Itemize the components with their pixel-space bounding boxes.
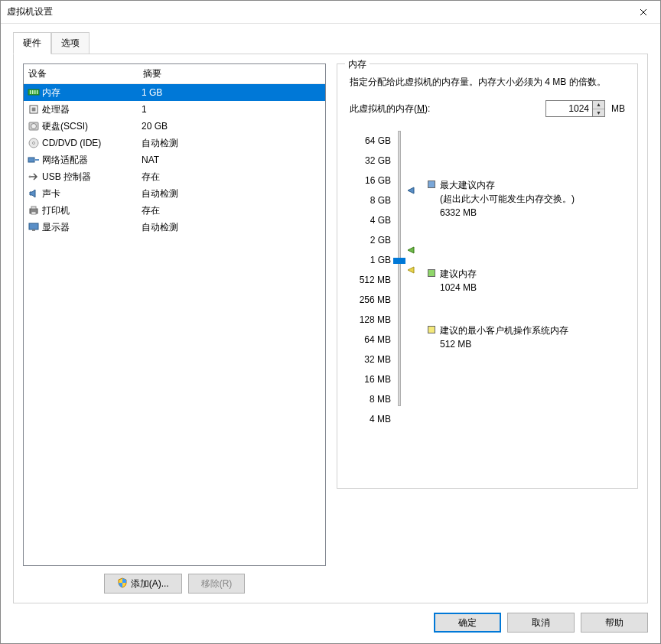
legend-rec-title: 建议内存 — [440, 267, 477, 281]
marker-rec — [406, 246, 415, 255]
svg-rect-11 — [28, 158, 34, 162]
memory-icon — [27, 86, 41, 99]
slider-rail — [398, 131, 401, 406]
marker-max — [406, 186, 415, 195]
svg-rect-18 — [32, 229, 35, 231]
slider-markers — [406, 131, 420, 429]
device-name: 网络适配器 — [42, 154, 142, 167]
svg-rect-16 — [31, 212, 36, 214]
device-name: 内存 — [42, 86, 142, 99]
device-summary: 1 GB — [142, 87, 322, 98]
device-summary: NAT — [142, 154, 322, 165]
memory-groupbox: 内存 指定分配给此虚拟机的内存量。内存大小必须为 4 MB 的倍数。 此虚拟机的… — [337, 63, 638, 489]
device-row-display[interactable]: 显示器自动检测 — [24, 219, 325, 236]
device-row-sound[interactable]: 声卡自动检测 — [24, 185, 325, 202]
square-icon — [428, 269, 435, 277]
cancel-button[interactable]: 取消 — [507, 613, 575, 633]
device-rows: 内存1 GB处理器1硬盘(SCSI)20 GBCD/DVD (IDE)自动检测网… — [24, 84, 325, 565]
device-name: 声卡 — [42, 187, 142, 200]
device-row-cpu[interactable]: 处理器1 — [24, 101, 325, 118]
memory-desc: 指定分配给此虚拟机的内存量。内存大小必须为 4 MB 的倍数。 — [350, 75, 625, 89]
usb-icon — [27, 171, 41, 183]
slider-track[interactable] — [396, 131, 403, 429]
device-row-memory[interactable]: 内存1 GB — [24, 84, 325, 101]
svg-rect-6 — [32, 108, 36, 112]
device-list-header: 设备 摘要 — [24, 64, 325, 84]
device-name: 显示器 — [42, 221, 142, 234]
device-row-printer[interactable]: 打印机存在 — [24, 202, 325, 219]
spinner-down[interactable]: ▼ — [593, 109, 604, 117]
legend-min-value: 512 MB — [440, 337, 568, 351]
tick-label: 512 MB — [360, 270, 391, 290]
legend-min-title: 建议的最小客户机操作系统内存 — [440, 324, 568, 337]
tick-label: 8 GB — [370, 190, 391, 210]
slider-thumb[interactable] — [393, 258, 405, 264]
slider-tick-labels: 64 GB32 GB16 GB8 GB4 GB2 GB1 GB512 MB256… — [350, 131, 391, 429]
svg-rect-3 — [34, 90, 36, 94]
vm-settings-window: 虚拟机设置 硬件 选项 设备 摘要 内存1 GB处理器1硬盘(SCSI)20 G… — [0, 0, 661, 644]
svg-rect-17 — [29, 223, 38, 229]
display-icon — [27, 221, 41, 233]
triangle-left-icon — [406, 265, 415, 275]
device-name: 处理器 — [42, 103, 142, 116]
tick-label: 32 GB — [365, 151, 391, 171]
device-row-nic[interactable]: 网络适配器NAT — [24, 151, 325, 168]
window-title: 虚拟机设置 — [7, 5, 53, 18]
left-buttons: 添加(A)... 移除(R) — [23, 574, 326, 594]
add-button[interactable]: 添加(A)... — [104, 574, 182, 594]
content: 硬件 选项 设备 摘要 内存1 GB处理器1硬盘(SCSI)20 GBCD/DV… — [1, 24, 660, 643]
svg-point-8 — [31, 124, 37, 129]
spinner-up[interactable]: ▲ — [593, 101, 604, 109]
close-button[interactable] — [626, 1, 660, 23]
tab-options[interactable]: 选项 — [51, 32, 90, 54]
hdd-icon — [27, 120, 41, 132]
svg-point-13 — [29, 176, 31, 178]
memory-unit: MB — [611, 103, 625, 114]
legend-max-title: 最大建议内存 — [440, 178, 575, 192]
tick-label: 4 MB — [370, 409, 391, 429]
legend-max-value: 6332 MB — [440, 206, 575, 220]
tick-label: 8 MB — [370, 389, 391, 409]
tick-label: 32 MB — [364, 350, 391, 369]
svg-rect-1 — [30, 90, 31, 94]
svg-rect-4 — [37, 90, 38, 94]
tick-label: 1 GB — [370, 250, 391, 270]
tick-label: 64 MB — [364, 330, 391, 350]
device-name: CD/DVD (IDE) — [42, 138, 142, 148]
device-summary: 自动检测 — [142, 137, 322, 150]
triangle-left-icon — [406, 246, 415, 255]
device-summary: 1 — [142, 104, 322, 115]
help-button[interactable]: 帮助 — [581, 613, 648, 633]
memory-title: 内存 — [345, 58, 370, 71]
tab-hardware[interactable]: 硬件 — [13, 32, 51, 54]
marker-min — [406, 265, 415, 275]
tick-label: 4 GB — [370, 210, 391, 230]
device-name: 打印机 — [42, 204, 142, 217]
device-name: 硬盘(SCSI) — [42, 120, 142, 133]
device-summary: 自动检测 — [142, 221, 322, 234]
ok-button[interactable]: 确定 — [434, 613, 501, 633]
right-pane: 内存 指定分配给此虚拟机的内存量。内存大小必须为 4 MB 的倍数。 此虚拟机的… — [337, 63, 638, 594]
memory-input[interactable] — [545, 100, 593, 117]
svg-rect-15 — [31, 207, 36, 209]
svg-rect-12 — [35, 159, 39, 161]
titlebar: 虚拟机设置 — [1, 1, 660, 24]
remove-label: 移除(R) — [201, 577, 233, 590]
remove-button: 移除(R) — [188, 574, 246, 594]
tick-label: 64 GB — [365, 131, 391, 151]
device-name: USB 控制器 — [42, 171, 142, 184]
memory-input-row: 此虚拟机的内存(M): ▲ ▼ MB — [350, 100, 625, 117]
col-device: 设备 — [28, 67, 143, 80]
shield-icon — [117, 577, 128, 590]
add-label: 添加(A)... — [131, 577, 169, 590]
device-row-cd[interactable]: CD/DVD (IDE)自动检测 — [24, 135, 325, 151]
legend-max-note: (超出此大小可能发生内存交换。) — [440, 192, 575, 206]
tick-label: 16 MB — [364, 369, 391, 389]
device-row-hdd[interactable]: 硬盘(SCSI)20 GB — [24, 118, 325, 135]
cd-icon — [27, 137, 41, 149]
sound-icon — [27, 187, 41, 200]
memory-input-label: 此虚拟机的内存(M): — [350, 102, 430, 115]
left-pane: 设备 摘要 内存1 GB处理器1硬盘(SCSI)20 GBCD/DVD (IDE… — [23, 63, 326, 594]
tick-label: 256 MB — [360, 290, 391, 310]
device-row-usb[interactable]: USB 控制器存在 — [24, 168, 325, 185]
